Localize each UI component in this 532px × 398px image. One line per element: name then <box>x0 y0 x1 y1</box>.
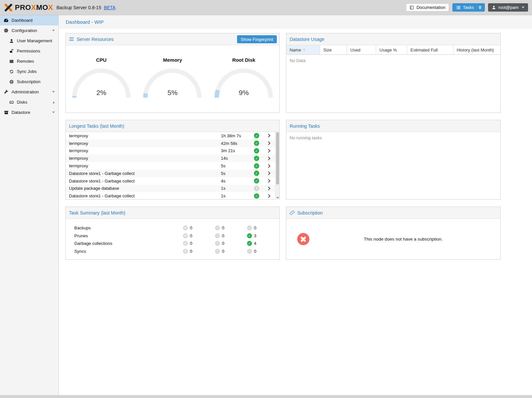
gauge-value: 2% <box>67 89 136 97</box>
sidebar-item-configuration[interactable]: Configuration <box>0 25 58 36</box>
longest-tasks-header: Longest Tasks (last Month) <box>66 120 279 132</box>
longest-tasks-list: termproxy 1h 38m 7s termproxy 42m 58s te… <box>66 132 279 200</box>
life-ring-icon <box>9 79 14 84</box>
task-row[interactable]: termproxy 1h 38m 7s <box>66 132 275 140</box>
gauge-value: 9% <box>209 89 278 97</box>
chevron-right-icon[interactable] <box>266 179 270 183</box>
scrollbar-thumb[interactable] <box>276 132 279 184</box>
user-icon <box>492 5 496 10</box>
task-row[interactable]: termproxy 42m 58s <box>66 140 275 147</box>
column-header-used[interactable]: Used <box>347 45 376 54</box>
sidebar-item-disks[interactable]: Disks <box>0 97 58 107</box>
header-actions: Documentation Tasks 0 root@pam <box>406 3 528 12</box>
memory-gauge: Memory 5% <box>138 49 207 99</box>
sidebar-item-label: Dashboard <box>12 18 33 23</box>
running-tasks-panel: Running Tasks No running tasks <box>286 120 501 200</box>
task-summary-header: Task Summary (last Month) <box>66 207 279 219</box>
tasks-button[interactable]: Tasks 0 <box>452 3 485 12</box>
task-status-ok-icon <box>254 163 259 169</box>
proxmox-wordmark: PROXMOX <box>15 3 53 12</box>
chevron-right-icon[interactable] <box>266 186 270 190</box>
unlock-icon <box>9 49 14 53</box>
sidebar-item-dashboard[interactable]: Dashboard <box>0 15 58 25</box>
sidebar-item-label: Permissions <box>17 49 40 53</box>
tachometer-icon <box>4 18 9 23</box>
column-header-name[interactable]: Name ↑ <box>286 45 320 54</box>
show-fingerprint-button[interactable]: Show Fingerprint <box>237 35 277 43</box>
sidebar-item-datastore[interactable]: Datastore <box>0 107 58 117</box>
scrollbar-down-arrow[interactable] <box>276 197 279 199</box>
wrench-icon <box>4 89 9 94</box>
panel-title: Task Summary (last Month) <box>69 210 125 216</box>
chevron-right-icon[interactable] <box>266 142 270 145</box>
sidebar-item-remotes[interactable]: Remotes <box>0 56 58 66</box>
panel-title: Server Resources <box>77 37 114 42</box>
bottom-border-strip <box>0 395 532 398</box>
task-list-icon <box>456 5 461 10</box>
column-header-size[interactable]: Size <box>320 45 347 54</box>
task-row[interactable]: termproxy 5s <box>66 162 275 170</box>
error-circle-icon <box>183 233 188 238</box>
sidebar-nav: Dashboard Configuration User Management … <box>0 15 59 395</box>
summary-row-prunes: Prunes 0 0 3 <box>66 232 279 240</box>
sidebar-item-sync-jobs[interactable]: Sync Jobs <box>0 66 58 77</box>
summary-row-garbage-collections: Garbage collections 0 0 4 <box>66 240 279 248</box>
sidebar-item-user-management[interactable]: User Management <box>0 36 58 46</box>
chevron-right-icon[interactable] <box>266 194 270 198</box>
sidebar-item-permissions[interactable]: Permissions <box>0 46 58 56</box>
chevron-down-icon[interactable] <box>52 112 55 113</box>
sidebar-item-label: Sync Jobs <box>17 69 37 74</box>
page-title: Dashboard - WIP <box>59 15 532 28</box>
task-status-ok-icon <box>254 193 259 199</box>
no-running-tasks-label: No running tasks <box>286 132 500 144</box>
chevron-down-icon[interactable] <box>52 30 55 31</box>
task-row[interactable]: termproxy 14s <box>66 154 275 162</box>
column-header-usage-pct[interactable]: Usage % <box>376 45 407 54</box>
check-circle-icon <box>247 249 252 254</box>
sidebar-item-label: User Management <box>17 38 52 43</box>
longest-tasks-panel: Longest Tasks (last Month) termproxy 1h … <box>65 120 280 200</box>
datastore-usage-panel: Datastore Usage Name ↑ Size Used Usage %… <box>286 33 501 113</box>
sidebar-item-administration[interactable]: Administration <box>0 87 58 97</box>
chevron-down-icon[interactable] <box>52 91 55 93</box>
column-header-estimated-full[interactable]: Estimated Full <box>407 45 453 54</box>
warning-circle-icon <box>215 241 220 246</box>
documentation-button[interactable]: Documentation <box>406 3 449 12</box>
chevron-right-icon[interactable] <box>266 149 270 152</box>
product-version-label: Backup Server 0.8-15 <box>56 5 101 10</box>
server-resources-panel: Server Resources Show Fingerprint CPU 2%… <box>65 33 280 113</box>
subscription-body: This node does not have a subscription. <box>286 219 500 259</box>
ticket-icon <box>290 210 295 215</box>
task-row[interactable]: Datastore store1 - Garbage collect 5s <box>66 170 275 177</box>
main-content: Dashboard - WIP Server Resources Show Fi… <box>59 15 532 395</box>
chevron-right-icon[interactable] <box>266 172 270 175</box>
chevron-right-icon[interactable] <box>266 164 270 168</box>
summary-row-syncs: Syncs 0 0 0 <box>66 248 279 255</box>
sidebar-item-subscription[interactable]: Subscription <box>0 77 58 87</box>
scrollbar[interactable] <box>275 132 279 200</box>
user-menu-button[interactable]: root@pam <box>488 3 528 12</box>
task-row[interactable]: Datastore store1 - Garbage collect 4s <box>66 177 275 185</box>
sidebar-item-label: Administration <box>12 89 39 94</box>
panel-title: Subscription <box>297 210 323 216</box>
no-data-label: No Data <box>286 55 500 66</box>
task-row[interactable]: termproxy 3m 21s <box>66 147 275 155</box>
column-header-history[interactable]: History (last Month) <box>453 45 500 54</box>
chevron-right-icon[interactable] <box>266 156 270 160</box>
subscription-header: Subscription <box>286 207 500 219</box>
archive-box-icon <box>4 110 9 115</box>
gauge-label: CPU <box>67 57 136 63</box>
task-status-ok-icon <box>254 171 259 176</box>
check-circle-icon <box>247 233 252 238</box>
sidebar-item-label: Configuration <box>12 28 37 33</box>
server-stack-icon <box>9 59 14 64</box>
gauge-label: Memory <box>138 57 207 63</box>
panel-title: Datastore Usage <box>290 37 324 42</box>
task-row[interactable]: Datastore store1 - Garbage collect 1s <box>66 192 275 200</box>
chevron-right-icon[interactable] <box>266 134 270 138</box>
beta-link[interactable]: BETA <box>104 5 116 10</box>
chevron-right-icon[interactable] <box>53 101 55 104</box>
sidebar-item-label: Remotes <box>17 59 34 64</box>
book-icon <box>409 5 414 10</box>
task-row[interactable]: Update package database 1s <box>66 185 275 192</box>
